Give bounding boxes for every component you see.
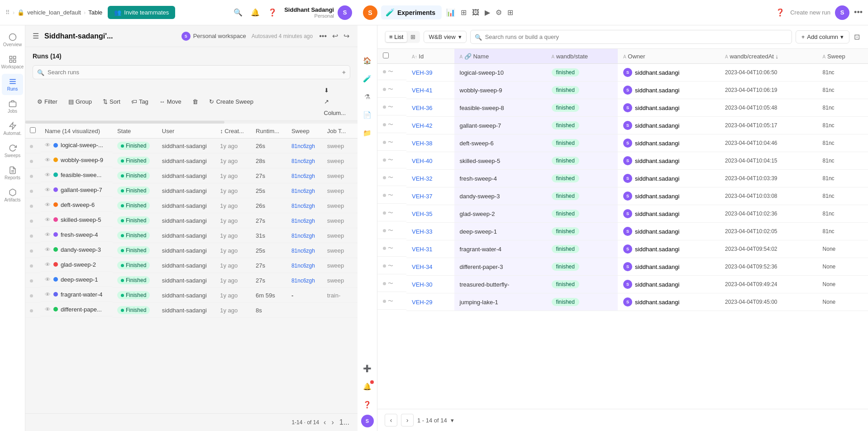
exp-cell-name[interactable]: feasible-sweep-8 xyxy=(454,99,546,117)
sidebar-item-jobs[interactable]: Jobs xyxy=(2,96,23,117)
runs-table-container[interactable]: Name (14 visualized) State User ↕ Creat.… xyxy=(25,124,358,413)
last-page-button[interactable]: 1... xyxy=(339,417,350,427)
share-button[interactable]: ↗ xyxy=(320,96,334,107)
star-button[interactable]: ✦ xyxy=(341,69,347,76)
eye-icon[interactable]: 👁 xyxy=(45,276,51,283)
exp-cell-name[interactable]: deft-sweep-6 xyxy=(454,134,546,152)
exp-cell-id[interactable]: VEH-40 xyxy=(406,152,454,170)
invite-button[interactable]: 👥 Invite teammates xyxy=(108,6,175,19)
exp-cell-name[interactable]: fragrant-water-4 xyxy=(454,240,546,258)
eye-icon[interactable]: 👁 xyxy=(45,231,51,238)
exp-cell-id[interactable]: VEH-30 xyxy=(406,276,454,293)
col-header-jobtype[interactable]: Job T... xyxy=(323,124,358,139)
grid-view-button[interactable]: ⊞ xyxy=(407,32,419,42)
experiments-tab[interactable]: 🧪 Experiments xyxy=(381,5,442,19)
sweep-link[interactable]: 81nc6zgh xyxy=(291,203,315,209)
delete-button[interactable]: 🗑 xyxy=(188,96,203,107)
sweep-link[interactable]: 81nc6zgh xyxy=(291,248,315,254)
add-column-button[interactable]: + Add column ▾ xyxy=(796,30,849,43)
rps-report[interactable]: 📄 xyxy=(359,107,376,123)
download-button[interactable]: ⬇ xyxy=(320,85,334,96)
exp-cell-name[interactable]: gallant-sweep-7 xyxy=(454,117,546,134)
exp-cell-name[interactable]: skilled-sweep-5 xyxy=(454,152,546,170)
eye-icon[interactable]: 👁 xyxy=(45,142,51,148)
exp-cell-id[interactable]: VEH-36 xyxy=(406,99,454,117)
wb-view-select[interactable]: W&B view ▾ xyxy=(424,31,466,43)
run-name[interactable]: skilled-sweep-5 xyxy=(61,216,101,223)
eye-icon[interactable]: 👁 xyxy=(45,187,51,193)
search-button[interactable]: 🔍 xyxy=(233,7,243,18)
sort-button[interactable]: ⇅ Sort xyxy=(98,96,125,107)
eye-icon[interactable]: 👁 xyxy=(45,306,51,313)
exp-cell-id[interactable]: VEH-29 xyxy=(406,293,454,311)
col-header-id[interactable]: A↑ Id xyxy=(406,49,454,64)
run-name[interactable]: deft-sweep-6 xyxy=(61,201,95,208)
more-options-button[interactable]: ••• xyxy=(318,31,328,41)
exp-cell-id[interactable]: VEH-41 xyxy=(406,81,454,99)
sidebar-item-reports[interactable]: Reports xyxy=(2,163,23,184)
col-header-sweep-exp[interactable]: A Sweep xyxy=(817,49,868,64)
rps-flask[interactable]: 🧪 xyxy=(359,71,376,87)
sidebar-item-artifacts[interactable]: Artifacts xyxy=(2,185,23,206)
rps-help[interactable]: ❓ xyxy=(359,397,376,413)
columns-button[interactable]: Colum... xyxy=(320,107,350,119)
rps-add[interactable]: ➕ xyxy=(359,360,376,377)
redo-button[interactable]: ↪ xyxy=(343,31,350,41)
sweep-link[interactable]: 81nc6zgh xyxy=(291,173,315,179)
sidebar-item-automations[interactable]: Automat. xyxy=(2,118,23,139)
bar-chart-icon[interactable]: 📊 xyxy=(445,7,456,18)
config-icon[interactable]: ⚙ xyxy=(495,7,503,18)
col-header-created[interactable]: A wandb/createdAt ↓ xyxy=(720,49,817,64)
sweep-link[interactable]: 81nc6zgh xyxy=(291,263,315,269)
share-icon[interactable]: ⊞ xyxy=(506,7,514,18)
eye-icon[interactable]: 👁 xyxy=(45,172,51,178)
sweep-link[interactable]: 81nc6zgh xyxy=(291,278,315,284)
right-user-avatar[interactable]: S xyxy=(835,5,849,20)
exp-cell-name[interactable]: logical-sweep-10 xyxy=(454,64,546,81)
col-header-created[interactable]: ↕ Creat... xyxy=(215,124,251,139)
select-all-checkbox[interactable] xyxy=(30,127,36,133)
run-name[interactable]: glad-sweep-2 xyxy=(61,261,96,268)
exp-cell-id[interactable]: VEH-39 xyxy=(406,64,454,81)
exp-select-all[interactable] xyxy=(383,53,389,58)
right-toolbar-extra[interactable]: ⊡ xyxy=(853,32,861,42)
help-button[interactable]: ❓ xyxy=(267,7,278,18)
exp-prev-button[interactable]: ‹ xyxy=(385,414,397,426)
exp-cell-name[interactable]: treasured-butterfly- xyxy=(454,276,546,293)
exp-cell-name[interactable]: jumping-lake-1 xyxy=(454,293,546,311)
exp-cell-id[interactable]: VEH-35 xyxy=(406,205,454,223)
exp-cell-name[interactable]: wobbly-sweep-9 xyxy=(454,81,546,99)
sidebar-item-runs[interactable]: Runs xyxy=(2,74,23,95)
more-options-right-button[interactable]: ••• xyxy=(854,8,863,17)
col-header-user[interactable]: User xyxy=(157,124,215,139)
eye-icon[interactable]: 👁 xyxy=(45,216,51,223)
breadcrumb-active[interactable]: Table xyxy=(88,9,102,16)
col-header-runtime[interactable]: Runtim... xyxy=(251,124,287,139)
exp-cell-name[interactable]: dandy-sweep-3 xyxy=(454,187,546,205)
exp-next-button[interactable]: › xyxy=(401,414,414,426)
user-avatar[interactable]: S xyxy=(338,5,352,20)
sweep-link[interactable]: 81nc6zgh xyxy=(291,218,315,224)
undo-button[interactable]: ↩ xyxy=(331,31,339,41)
prev-page-button[interactable]: ‹ xyxy=(323,417,327,427)
run-name[interactable]: deep-sweep-1 xyxy=(61,276,98,283)
exp-cell-name[interactable]: glad-sweep-2 xyxy=(454,205,546,223)
col-header-name[interactable]: Name (14 visualized) xyxy=(40,124,113,139)
sidebar-item-sweeps[interactable]: Sweeps xyxy=(2,140,23,162)
col-header-sweep[interactable]: Sweep xyxy=(287,124,323,139)
move-button[interactable]: ↔ Move xyxy=(155,96,186,107)
run-name[interactable]: fragrant-water-4 xyxy=(61,291,102,298)
exp-cell-id[interactable]: VEH-31 xyxy=(406,240,454,258)
hamburger-button[interactable]: ☰ xyxy=(33,32,39,40)
eye-icon[interactable]: 👁 xyxy=(45,291,51,298)
sidebar-item-workspace[interactable]: Workspace xyxy=(2,52,23,73)
search-runs-input[interactable] xyxy=(470,30,792,44)
rps-beaker[interactable]: ⚗ xyxy=(359,89,376,105)
run-name[interactable]: logical-sweep-... xyxy=(61,142,103,148)
sweep-link[interactable]: 81nc6zgh xyxy=(291,158,315,164)
media-icon[interactable]: ▶ xyxy=(484,7,491,18)
run-name[interactable]: wobbly-sweep-9 xyxy=(61,157,103,163)
filter-button[interactable]: ⚙ Filter xyxy=(33,96,62,107)
exp-cell-name[interactable]: different-paper-3 xyxy=(454,258,546,276)
sweep-link[interactable]: 81nc6zgh xyxy=(291,233,315,239)
